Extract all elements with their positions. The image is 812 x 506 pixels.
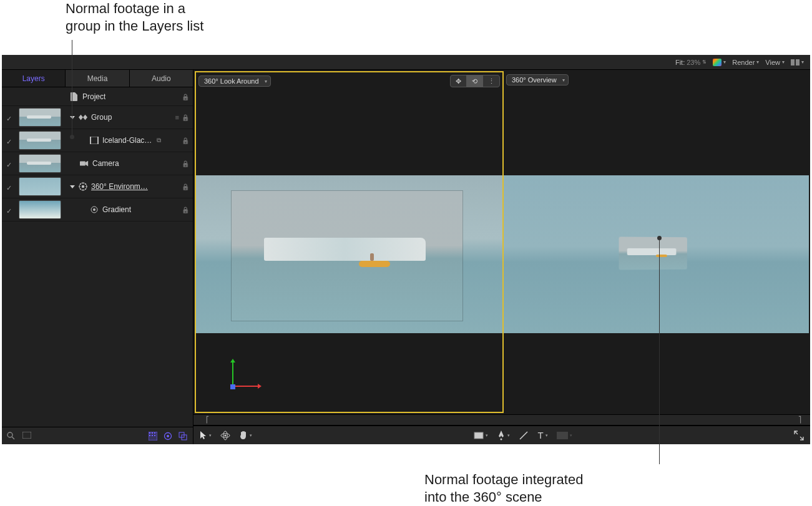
canvas-toolbar: ▾ ▾ ▾ ▾ [193,426,810,444]
fit-control[interactable]: Fit: 23% ⇅ [675,59,707,66]
kayak-shape [656,255,667,257]
viewport-camera-menu[interactable]: 360° Look Around ▾ [198,75,271,87]
tab-layers[interactable]: Layers [2,70,66,87]
tab-media[interactable]: Media [66,70,129,87]
lock-icon[interactable] [182,137,189,144]
viewport-layout-button[interactable]: ▾ [791,59,804,66]
layer-label: 360° Environm… [91,182,148,191]
fit-label: Fit: [675,59,685,66]
pen-tool[interactable]: ▾ [497,431,510,440]
visibility-check[interactable] [6,137,13,144]
viewport-overview[interactable]: 360° Overview ▾ [504,71,809,413]
layer-label: Group [91,113,112,122]
layer-label: Project [82,92,105,101]
svg-rect-18 [22,432,31,439]
visibility-check[interactable] [6,207,13,213]
render-menu[interactable]: Render▾ [732,59,759,66]
lock-icon[interactable] [182,183,189,190]
chevron-down-icon: ▾ [801,59,804,65]
lock-icon[interactable] [182,206,189,213]
visibility-check[interactable] [6,160,13,167]
blend-mode-icon[interactable] [175,114,179,121]
layer-thumbnail [19,131,61,150]
layer-row-clip[interactable]: Iceland-Glac… ⧉ [2,129,193,152]
media-tool[interactable]: ▾ [557,432,572,439]
svg-rect-3 [80,162,86,166]
lock-icon[interactable] [182,114,189,121]
visibility-check[interactable] [6,114,13,120]
viewport-camera-menu[interactable]: 360° Overview ▾ [506,74,569,85]
svg-rect-24 [149,435,150,436]
visibility-check[interactable] [6,183,13,190]
playhead-out-marker-icon[interactable]: ⎤ [798,416,801,423]
chevron-down-icon: ▾ [545,433,548,438]
layers-footer [2,427,193,444]
behavior-mode-button[interactable] [163,431,173,441]
mask-mode-button[interactable] [148,431,158,441]
layer-thumbnail [19,108,61,127]
layer-row-360-environment[interactable]: 360° Environm… [2,175,193,198]
panel-tabs: Layers Media Audio [2,70,193,87]
lock-icon[interactable] [182,93,189,100]
chevron-down-icon: ▾ [756,59,759,65]
text-tool-label: T [537,430,543,440]
main-split: Layers Media Audio Project [2,70,810,444]
layer-row-project[interactable]: Project [2,87,193,106]
generator-icon [90,206,99,213]
viewports: 360° Look Around ▾ ✥ ⟲ ⋮ [193,70,810,414]
layer-row-gradient[interactable]: Gradient [2,198,193,221]
chevron-down-icon: ▾ [209,433,212,438]
frame-icon[interactable] [22,432,31,440]
pan-tool-button[interactable]: ✥ [451,75,467,87]
svg-point-28 [167,435,169,437]
channel-color-menu[interactable]: ▾ [713,59,726,66]
axis-origin-icon [230,384,235,389]
svg-rect-26 [154,435,155,436]
color-swatch-icon [713,59,722,66]
axis-x-icon [233,386,258,387]
callout-bottom: Normal footage integrated into the 360° … [424,471,583,506]
disclosure-triangle-icon[interactable] [70,116,75,119]
lock-icon[interactable] [182,160,189,167]
3d-axis-gizmo[interactable] [216,358,251,393]
orbit-tool-button[interactable]: ⟲ [467,75,483,87]
svg-point-33 [224,434,226,436]
shape-tool[interactable]: ▾ [474,432,488,439]
3d-transform-tool[interactable] [220,431,230,440]
line-tool[interactable] [519,431,529,440]
svg-point-5 [82,185,84,188]
svg-rect-34 [474,432,483,439]
disclosure-triangle-icon[interactable] [70,185,75,188]
link-icon: ⧉ [157,137,161,144]
select-tool[interactable]: ▾ [200,431,212,440]
chevron-down-icon: ▾ [570,433,572,438]
filter-mode-button[interactable] [178,431,188,441]
view-menu[interactable]: View▾ [765,59,785,66]
layer-row-group[interactable]: Group [2,106,193,129]
svg-rect-23 [154,432,155,434]
canvas-area: 360° Look Around ▾ ✥ ⟲ ⋮ [193,70,810,444]
layer-row-camera[interactable]: Camera [2,152,193,175]
footage-in-360[interactable] [619,237,687,270]
fullscreen-toggle[interactable] [794,431,804,440]
search-icon[interactable] [7,432,15,440]
svg-rect-1 [90,137,91,144]
viewport-options-button[interactable]: ⋮ [483,75,499,87]
layer-thumbnail [19,154,61,173]
pan-hand-tool[interactable]: ▾ [239,431,252,440]
viewport-look-around[interactable]: 360° Look Around ▾ ✥ ⟲ ⋮ [195,71,504,413]
layer-thumbnail [19,200,61,219]
chevron-down-icon: ▾ [723,59,726,65]
svg-point-35 [501,438,502,440]
svg-rect-25 [152,435,153,436]
stepper-icon: ⇅ [702,59,707,65]
svg-line-36 [520,432,527,439]
tab-audio[interactable]: Audio [130,70,193,87]
callout-line-top [72,40,72,137]
text-tool[interactable]: T ▾ [537,430,547,440]
mini-timeline[interactable]: ⎡ ⎤ [193,414,810,426]
layers-panel: Layers Media Audio Project [2,70,193,444]
playhead-in-marker-icon[interactable]: ⎡ [206,416,209,423]
footage-preview[interactable] [232,191,462,321]
chevron-down-icon: ▾ [507,433,510,438]
